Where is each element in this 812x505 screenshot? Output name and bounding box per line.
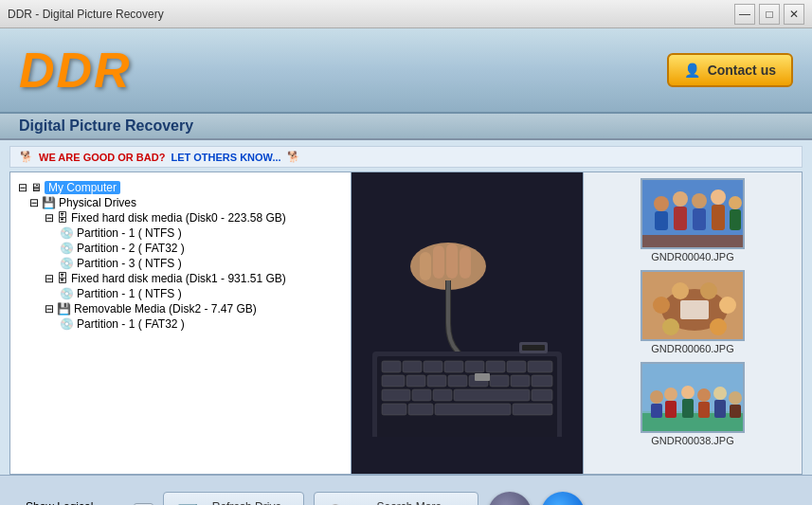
banner-text1: WE ARE GOOD OR BAD?	[39, 152, 165, 163]
preview-panel	[352, 172, 584, 474]
svg-rect-14	[507, 361, 526, 372]
svg-rect-22	[511, 375, 530, 387]
refresh-drive-button[interactable]: 🔄 Refresh Drive List	[163, 492, 304, 506]
svg-rect-65	[682, 399, 694, 418]
close-button[interactable]: ✕	[784, 4, 804, 25]
titlebar: DDR - Digital Picture Recovery — □ ✕	[0, 0, 812, 28]
svg-point-39	[673, 191, 688, 207]
prev-icon: ◀	[503, 502, 517, 506]
svg-rect-4	[446, 243, 458, 279]
expand-icon5: ⊟	[45, 302, 54, 316]
tree-root[interactable]: ⊟ 🖥 My Computer	[18, 180, 343, 195]
hdd-icon2: 🗄	[57, 272, 68, 285]
svg-point-43	[711, 189, 726, 205]
thumbnail-image-3	[641, 362, 745, 433]
svg-rect-69	[714, 400, 726, 418]
expand-icon3: ⊟	[45, 211, 54, 225]
tree-disk0-p3[interactable]: 💿 Partition - 3 ( NTFS )	[18, 256, 343, 271]
prev-button[interactable]: ◀	[488, 492, 532, 506]
partition-icon2: 💿	[60, 242, 74, 255]
svg-rect-47	[642, 235, 745, 249]
svg-rect-26	[433, 389, 452, 401]
svg-point-55	[662, 318, 679, 335]
svg-rect-28	[532, 389, 552, 401]
drive-tree-panel[interactable]: ⊟ 🖥 My Computer ⊟ 💾 Physical Drives ⊟ 🗄 …	[10, 172, 352, 474]
tree-disk0-p1[interactable]: 💿 Partition - 1 ( NTFS )	[18, 225, 343, 241]
drive-group-icon: 💾	[42, 196, 56, 209]
svg-rect-18	[427, 375, 446, 387]
svg-rect-3	[433, 245, 444, 279]
partition-icon5: 💿	[60, 317, 74, 331]
svg-rect-27	[454, 389, 530, 401]
header: DDR 👤 Contact us	[0, 28, 812, 114]
svg-rect-44	[712, 205, 725, 230]
svg-rect-35	[475, 373, 490, 381]
app-logo: DDR	[19, 42, 132, 99]
tree-disk1-p1[interactable]: 💿 Partition - 1 ( NTFS )	[18, 286, 343, 301]
svg-rect-24	[382, 389, 410, 401]
svg-point-68	[713, 387, 727, 400]
maximize-button[interactable]: □	[759, 4, 780, 25]
svg-rect-56	[680, 300, 709, 319]
svg-rect-63	[665, 401, 677, 418]
svg-point-51	[672, 282, 689, 299]
tree-disk2-p1[interactable]: 💿 Partition - 1 ( FAT32 )	[18, 316, 343, 332]
tree-disk0[interactable]: ⊟ 🗄 Fixed hard disk media (Disk0 - 223.5…	[18, 210, 343, 225]
tree-disk0-p1-label: Partition - 1 ( NTFS )	[77, 226, 182, 240]
tree-disk0-p2[interactable]: 💿 Partition - 2 ( FAT32 )	[18, 241, 343, 256]
list-item[interactable]: GNDR00038.JPG	[589, 362, 796, 446]
svg-rect-42	[693, 208, 706, 230]
expand-icon2: ⊟	[29, 196, 39, 209]
minimize-button[interactable]: —	[734, 4, 755, 25]
partition-icon1: 💿	[60, 226, 74, 240]
svg-rect-34	[522, 345, 545, 351]
thumbnail-label-1: GNDR00040.JPG	[651, 251, 733, 262]
thumbnail-panel[interactable]: GNDR00040.JPG GNDR00060.JPG	[584, 172, 802, 474]
svg-rect-29	[382, 404, 406, 415]
titlebar-controls: — □ ✕	[734, 4, 804, 25]
search-partitions-button[interactable]: 🔍 Search More Partitions	[314, 492, 478, 506]
next-button[interactable]: ▶	[541, 492, 585, 506]
svg-point-64	[681, 386, 695, 399]
main-content: ⊟ 🖥 My Computer ⊟ 💾 Physical Drives ⊟ 🗄 …	[9, 171, 803, 475]
svg-rect-17	[406, 375, 425, 387]
svg-rect-15	[528, 361, 552, 372]
contact-button[interactable]: 👤 Contact us	[667, 53, 793, 87]
svg-rect-40	[674, 207, 687, 230]
svg-rect-71	[730, 405, 741, 418]
svg-point-70	[729, 391, 742, 405]
tree-physical-label: Physical Drives	[59, 196, 136, 209]
removable-icon: 💾	[57, 302, 71, 316]
tree-disk0-p3-label: Partition - 3 ( NTFS )	[77, 257, 182, 270]
thumbnail-label-3: GNDR00038.JPG	[651, 435, 733, 446]
tree-disk0-label: Fixed hard disk media (Disk0 - 223.58 GB…	[71, 211, 286, 225]
svg-rect-30	[408, 404, 433, 415]
titlebar-title: DDR - Digital Picture Recovery	[8, 8, 734, 21]
show-logical-drives-label: Show Logical Drives	[26, 500, 124, 506]
svg-rect-21	[490, 375, 509, 387]
navigation-controls: ◀ ▶	[488, 492, 585, 506]
tree-disk0-p2-label: Partition - 2 ( FAT32 )	[77, 242, 185, 255]
promo-banner[interactable]: 🐕 WE ARE GOOD OR BAD? LET OTHERS KNOW...…	[9, 146, 803, 168]
preview-image	[353, 209, 581, 437]
svg-point-66	[697, 388, 711, 402]
thumbnail-label-2: GNDR00060.JPG	[651, 343, 733, 354]
tree-physical-drives[interactable]: ⊟ 💾 Physical Drives	[18, 195, 343, 210]
svg-rect-13	[486, 361, 505, 372]
svg-point-37	[654, 196, 669, 211]
list-item[interactable]: GNDR00040.JPG	[589, 178, 796, 262]
computer-icon: 🖥	[30, 181, 42, 194]
svg-rect-23	[532, 375, 552, 387]
partition-icon3: 💿	[60, 257, 74, 270]
tree-root-label[interactable]: My Computer	[45, 181, 120, 194]
list-item[interactable]: GNDR00060.JPG	[589, 270, 796, 354]
banner-text2: LET OTHERS KNOW...	[171, 152, 280, 163]
app-subtitle: Digital Picture Recovery	[0, 114, 812, 140]
contact-icon: 👤	[684, 63, 700, 78]
svg-rect-38	[655, 211, 668, 230]
tree-disk2[interactable]: ⊟ 💾 Removable Media (Disk2 - 7.47 GB)	[18, 301, 343, 316]
svg-rect-12	[465, 361, 484, 372]
tree-disk1[interactable]: ⊟ 🗄 Fixed hard disk media (Disk1 - 931.5…	[18, 271, 343, 286]
svg-rect-11	[444, 361, 463, 372]
svg-point-54	[710, 318, 727, 335]
